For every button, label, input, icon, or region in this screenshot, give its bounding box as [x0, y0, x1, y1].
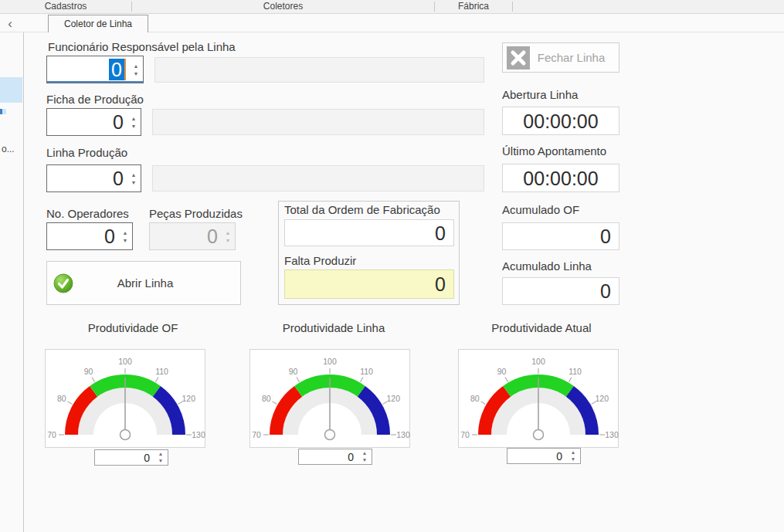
productivity-gauge-atual: 708090100110120130	[458, 349, 619, 448]
spin-down-button: ▼	[226, 238, 231, 243]
funcionario-value: 0	[47, 59, 129, 81]
menu-item-cadastros[interactable]: Cadastros	[0, 0, 131, 12]
fechar-linha-button: Fechar Linha	[502, 42, 619, 73]
spin-down-button[interactable]: ▼	[362, 458, 367, 463]
spin-down-button[interactable]: ▼	[131, 124, 137, 129]
tab-coletor-de-linha[interactable]: Coletor de Linha	[48, 15, 148, 32]
total-of-field: 0	[284, 219, 454, 246]
linha-name-field	[152, 165, 484, 191]
menu-item-coletores[interactable]: Coletores	[132, 0, 434, 12]
linha-label: Linha Produção	[46, 146, 127, 159]
spin-down-button[interactable]: ▼	[134, 71, 139, 76]
funcionario-name-field	[154, 57, 484, 83]
svg-text:90: 90	[497, 367, 507, 376]
gauge-title-produtividade-linha: Produtividade Linha	[253, 321, 414, 334]
total-of-label: Total da Ordem de Fabricação	[284, 203, 440, 216]
funcionario-label: Funcionário Responsável pela Linha	[48, 40, 236, 53]
falta-produzir-label: Falta Produzir	[284, 254, 356, 267]
productivity-gauge-of: 708090100110120130	[45, 349, 205, 448]
sidebar-divider	[23, 32, 24, 532]
ultimo-apontamento-field: 00:00:00	[502, 164, 619, 192]
abertura-linha-label: Abertura Linha	[502, 88, 578, 101]
sidebar-selected-item[interactable]	[0, 77, 22, 103]
svg-text:110: 110	[568, 367, 582, 376]
ficha-name-field	[152, 109, 484, 135]
spin-up-button[interactable]: ▲	[131, 172, 137, 178]
svg-text:70: 70	[460, 430, 470, 439]
svg-text:70: 70	[252, 430, 261, 439]
spin-up-button[interactable]: ▲	[571, 450, 575, 456]
gauge-linha-value: 0	[299, 451, 358, 463]
operadores-spin-edit[interactable]: 0 ▲ ▼	[46, 222, 133, 250]
pecas-label: Peças Produzidas	[149, 207, 243, 220]
spin-up-button[interactable]: ▲	[123, 230, 128, 236]
abertura-linha-field: 00:00:00	[502, 107, 619, 135]
spin-up-button: ▲	[226, 230, 231, 236]
gauge-atual-value: 0	[507, 450, 566, 463]
operadores-label: No. Operadores	[46, 207, 129, 220]
menu-divider	[512, 2, 513, 12]
svg-text:120: 120	[182, 394, 196, 403]
svg-text:120: 120	[387, 394, 401, 403]
menu-item-fabrica[interactable]: Fábrica	[435, 0, 512, 12]
svg-text:80: 80	[470, 394, 480, 403]
pecas-value: 0	[150, 225, 221, 248]
close-x-icon	[507, 46, 530, 69]
svg-text:130: 130	[192, 430, 205, 439]
funcionario-spin-edit[interactable]: 0 ▲ ▼	[46, 56, 144, 83]
acumulado-of-label: Acumulado OF	[502, 203, 579, 216]
svg-text:130: 130	[605, 430, 619, 439]
svg-text:80: 80	[262, 394, 271, 403]
gauge-title-produtividade-atual: Produtividade Atual	[461, 321, 622, 334]
svg-text:100: 100	[323, 357, 337, 366]
svg-text:90: 90	[84, 367, 93, 376]
linha-spin-edit[interactable]: 0 ▲ ▼	[46, 164, 141, 192]
ficha-spin-edit[interactable]: 0 ▲ ▼	[46, 108, 141, 136]
linha-value: 0	[47, 168, 127, 190]
falta-produzir-field: 0	[284, 269, 454, 299]
acumulado-linha-field: 0	[502, 277, 619, 305]
sidebar-item-truncated[interactable]: o...	[2, 144, 15, 154]
sidebar-item-fragment	[0, 109, 6, 114]
operadores-value: 0	[47, 225, 118, 248]
acumulado-of-field: 0	[502, 222, 619, 250]
svg-text:120: 120	[596, 394, 609, 403]
gauge-atual-spin-edit[interactable]: 0 ▲ ▼	[507, 448, 581, 464]
pecas-spin-edit: 0 ▲ ▼	[149, 222, 236, 250]
ficha-value: 0	[47, 111, 127, 134]
ficha-label: Ficha de Produção	[46, 93, 144, 106]
productivity-gauge-linha: 708090100110120130	[249, 349, 410, 448]
svg-text:100: 100	[118, 357, 132, 366]
svg-text:100: 100	[531, 357, 545, 366]
abrir-linha-label: Abrir Linha	[73, 276, 217, 290]
gauge-linha-spin-edit[interactable]: 0 ▲ ▼	[298, 449, 372, 465]
gauge-of-spin-edit[interactable]: 0 ▲ ▼	[94, 449, 168, 466]
check-icon	[53, 273, 73, 293]
abrir-linha-button[interactable]: Abrir Linha	[46, 261, 241, 305]
spin-down-button[interactable]: ▼	[158, 459, 163, 464]
fechar-linha-label: Fechar Linha	[530, 51, 613, 64]
collapse-chevron-icon[interactable]: ‹	[3, 17, 17, 31]
svg-text:130: 130	[396, 430, 410, 439]
spin-down-button[interactable]: ▼	[123, 238, 128, 243]
svg-text:90: 90	[289, 367, 298, 376]
svg-text:110: 110	[155, 367, 168, 376]
svg-text:110: 110	[360, 367, 373, 376]
spin-down-button[interactable]: ▼	[571, 457, 575, 463]
app-window: Cadastros Coletores Fábrica ‹ Coletor de…	[0, 0, 784, 532]
gauge-title-produtividade-of: Produtividade OF	[53, 321, 213, 334]
gauge-of-value: 0	[95, 452, 154, 464]
svg-text:70: 70	[47, 430, 56, 439]
spin-down-button[interactable]: ▼	[131, 180, 137, 185]
spin-up-button[interactable]: ▲	[362, 451, 367, 456]
acumulado-linha-label: Acumulado Linha	[502, 259, 592, 273]
spin-up-button[interactable]: ▲	[158, 452, 163, 457]
ultimo-apontamento-label: Último Apontamento	[502, 144, 606, 158]
spin-up-button[interactable]: ▲	[131, 116, 137, 121]
spin-up-button[interactable]: ▲	[134, 63, 139, 69]
svg-text:80: 80	[57, 394, 66, 403]
menu-bar: Cadastros Coletores Fábrica	[0, 0, 784, 14]
